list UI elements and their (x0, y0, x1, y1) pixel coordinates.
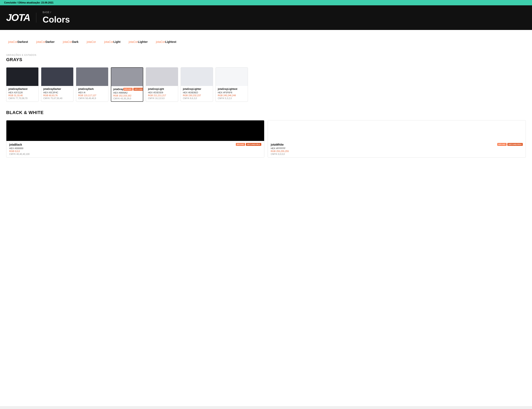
chip-prefix: jotaCor (129, 40, 138, 44)
swatch-hex: HEX #1F2128 (9, 91, 36, 94)
swatch-hex: HEX #t (78, 91, 106, 94)
swatch-rgb: RGB 60,63,76 (43, 94, 71, 97)
swatch-hex: HEX #F5F6F8 (218, 91, 246, 94)
swatch-card[interactable]: jotaGrayDarker HEX #3C3F4C RGB 60,63,76 … (41, 67, 74, 102)
badge-brand: BRAND (236, 143, 245, 146)
swatch-name: jotaGrayDark (78, 88, 94, 91)
breadcrumb: BASE / (42, 11, 70, 14)
bw-section: BLACK & WHITE jotaBlack HEX #000000 RGB … (6, 110, 526, 158)
bw-color (268, 121, 526, 141)
swatch-hex: HEX #D3D3D9 (148, 91, 176, 94)
color-chip: jotaCorDark (63, 40, 78, 44)
swatch-card[interactable]: jotaGray BRAND SECUNDÁRIA HEX #9899A2 RG… (111, 67, 143, 102)
chip-prefix: jotaCor (156, 40, 165, 44)
swatch-cmyk: CMYK 5,3,2,0 (218, 97, 246, 100)
bw-title: BLACK & WHITE (6, 110, 526, 115)
swatch-info: jotaGrayDarkest HEX #1F2128 RGB 31,33,40… (6, 86, 38, 101)
grays-swatches-row: jotaGrayDarkest HEX #1F2128 RGB 31,33,40… (6, 67, 526, 102)
swatch-color (146, 67, 178, 86)
bw-hex: HEX #000000 (9, 147, 29, 149)
badge-brand: BRAND (123, 88, 133, 91)
swatch-card[interactable]: jotaGrayDark HEX #t RGB 115,117,127 CMYK… (76, 67, 108, 102)
bw-rgb: RGB 0,0,0 (9, 150, 29, 152)
swatch-name: jotaGrayLightest (218, 88, 237, 91)
swatch-cmyk: CMYK 43,35,29,0 (113, 97, 141, 100)
bw-card[interactable]: jotaBlack HEX #000000 RGB 0,0,0 CMYK 40,… (6, 120, 264, 158)
swatch-color (181, 67, 213, 86)
chip-prefix: jotaCor (36, 40, 46, 44)
bw-badges: BRAND SECUNDÁRIA (497, 143, 523, 146)
bw-badges: BRAND SECUNDÁRIA (236, 143, 261, 146)
bw-text: jotaWhite HEX #FFFFFF RGB 255,255,255 CM… (271, 143, 289, 155)
swatch-hex: HEX #E6E8ED (183, 91, 211, 94)
swatch-name: jotaGray (113, 88, 123, 91)
grays-section: VARIAÇÕES E ESTADOS GRAYS jotaGrayDarkes… (6, 54, 526, 102)
bw-name: jotaBlack (9, 143, 29, 146)
swatch-card[interactable]: jotaGrayDarkest HEX #1F2128 RGB 31,33,40… (6, 67, 38, 102)
swatch-info: jotaGrayDarker HEX #3C3F4C RGB 60,63,76 … (41, 86, 73, 101)
swatch-rgb: RGB 245,246,248 (218, 94, 246, 97)
bw-info: jotaBlack HEX #000000 RGB 0,0,0 CMYK 40,… (6, 141, 264, 157)
swatch-info: jotaGrayLighter HEX #E6E8ED RGB 230,232,… (181, 86, 213, 101)
swatch-hex: HEX #3C3F4C (43, 91, 71, 94)
swatch-cmyk: CMYK 8,6,3,0 (183, 97, 211, 100)
swatch-color (76, 67, 108, 86)
swatch-card[interactable]: jotaGrayLightest HEX #F5F6F8 RGB 245,246… (216, 67, 248, 102)
header-text: BASE / Colors (42, 11, 70, 24)
swatch-cmyk: CMYK 77,70,58,70 (9, 97, 36, 100)
swatch-cmyk: CMYK 58,49,40,9 (78, 97, 106, 100)
color-chip: jotaCorLighter (129, 40, 148, 44)
swatch-info: jotaGray BRAND SECUNDÁRIA HEX #9899A2 RG… (111, 86, 143, 101)
swatch-rgb: RGB 115,117,127 (78, 94, 106, 97)
header: JOTA BASE / Colors (0, 5, 532, 30)
swatch-color (111, 68, 143, 86)
swatch-card[interactable]: jotaGrayLight HEX #D3D3D9 RGB 211,211,21… (146, 67, 178, 102)
grays-title: GRAYS (6, 57, 526, 62)
chip-prefix: jotaCor (63, 40, 72, 44)
swatch-info: jotaGrayLightest HEX #F5F6F8 RGB 245,246… (216, 86, 248, 101)
swatch-info: jotaGrayDark HEX #t RGB 115,117,127 CMYK… (76, 86, 108, 101)
top-bar: Concluído / Última atualização: 23.09.20… (0, 0, 532, 5)
chip-suffix: Lighter (138, 40, 148, 44)
swatch-badges: BRAND SECUNDÁRIA (123, 88, 143, 91)
bw-name: jotaWhite (271, 143, 289, 146)
chip-suffix: Lightest (165, 40, 176, 44)
bw-rgb: RGB 255,255,255 (271, 150, 289, 152)
swatch-cmyk: CMYK 16,13,9,0 (148, 97, 176, 100)
swatch-card[interactable]: jotaGrayLighter HEX #E6E8ED RGB 230,232,… (180, 67, 213, 102)
bw-row: jotaBlack HEX #000000 RGB 0,0,0 CMYK 40,… (6, 120, 526, 158)
swatch-color (6, 67, 38, 86)
logo: JOTA (6, 13, 36, 23)
swatch-rgb: RGB 230,232,237 (183, 94, 211, 97)
swatch-name: jotaGrayDarker (43, 88, 61, 91)
color-chips-row: jotaCorDarkestjotaCorDarkerjotaCorDarkjo… (6, 36, 526, 50)
swatch-rgb: RGB 211,211,217 (148, 94, 176, 97)
swatch-name: jotaGrayDarkest (9, 88, 28, 91)
bw-cmyk: CMYK 40,40,40,100 (9, 153, 29, 155)
main-content: jotaCorDarkestjotaCorDarkerjotaCorDarkjo… (0, 30, 532, 406)
bw-info: jotaWhite HEX #FFFFFF RGB 255,255,255 CM… (268, 141, 526, 157)
bw-card[interactable]: jotaWhite HEX #FFFFFF RGB 255,255,255 CM… (268, 120, 526, 158)
chip-suffix: Darkest (18, 40, 28, 44)
chip-prefix: jotaCor (87, 40, 96, 44)
swatch-name: jotaGrayLighter (183, 88, 201, 91)
chip-prefix: jotaCor (8, 40, 18, 44)
chip-suffix: Darker (46, 40, 55, 44)
swatch-color (41, 67, 73, 86)
swatch-info: jotaGrayLight HEX #D3D3D9 RGB 211,211,21… (146, 86, 178, 101)
bw-color (6, 121, 264, 141)
badge-sec: SECUNDÁRIA (246, 143, 261, 146)
swatch-hex: HEX #9899A2 (113, 92, 141, 94)
color-chip: jotaCorDarkest (8, 40, 28, 44)
badge-sec: SECUNDÁRIA (507, 143, 523, 146)
color-chip: jotaCorDarker (36, 40, 55, 44)
swatch-color (216, 67, 248, 86)
bw-hex: HEX #FFFFFF (271, 147, 289, 149)
chip-suffix: Light (114, 40, 121, 44)
swatch-cmyk: CMYK 75,67,50,40 (43, 97, 71, 100)
bw-text: jotaBlack HEX #000000 RGB 0,0,0 CMYK 40,… (9, 143, 29, 155)
badge-brand: BRAND (497, 143, 507, 146)
swatch-name: jotaGrayLight (148, 88, 164, 91)
swatch-rgb: RGB 152,153,162 (113, 94, 141, 97)
bw-cmyk: CMYK 0,0,0,0 (271, 153, 289, 155)
